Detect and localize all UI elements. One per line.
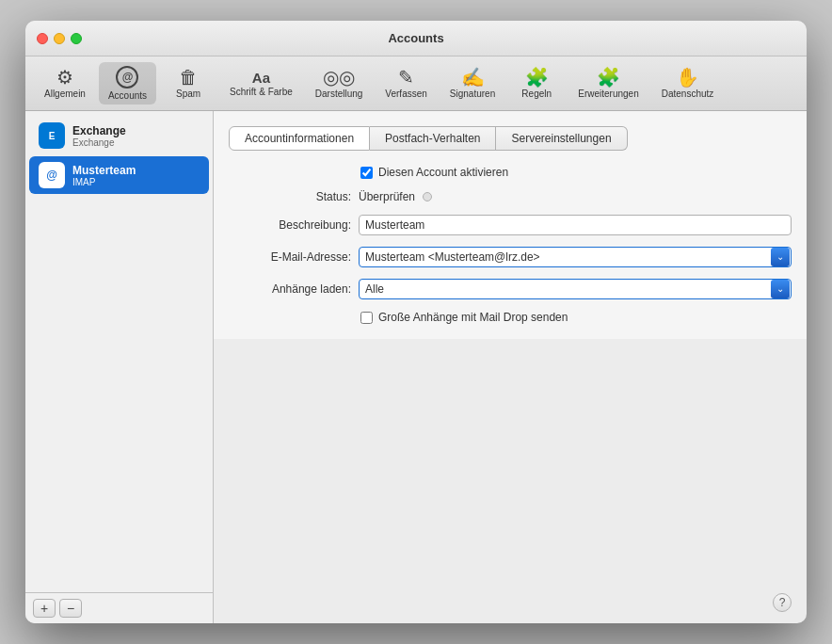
compose-icon: ✎ xyxy=(398,68,414,87)
maildrop-label: Große Anhänge mit Mail Drop senden xyxy=(378,311,568,324)
anhaenge-select-wrapper: AlleKeineNur in aktuellen Nachrichten xyxy=(359,279,792,299)
toolbar-label-spam: Spam xyxy=(176,89,200,99)
toolbar-item-signaturen[interactable]: ✍ Signaturen xyxy=(440,64,504,103)
toolbar-label-erweiterungen: Erweiterungen xyxy=(578,89,638,99)
beschreibung-row: Beschreibung: xyxy=(229,215,792,235)
anhaenge-select[interactable]: AlleKeineNur in aktuellen Nachrichten xyxy=(359,279,792,299)
spam-icon: 🗑 xyxy=(179,68,198,87)
maildrop-row: Große Anhänge mit Mail Drop senden xyxy=(360,311,792,324)
toolbar-label-datenschutz: Datenschutz xyxy=(662,89,714,99)
traffic-lights xyxy=(37,33,82,44)
rules-icon: 🧩 xyxy=(525,68,549,87)
toolbar-label-schrift: Schrift & Farbe xyxy=(230,87,293,97)
status-row: Status: Überprüfen xyxy=(229,190,792,203)
sidebar: E Exchange Exchange @ Musterteam IMAP xyxy=(25,111,214,623)
musterteam-account-name: Musterteam xyxy=(72,164,136,177)
email-select-wrapper: Musterteam <Musterteam@lrz.de> xyxy=(359,247,792,267)
anhaenge-label: Anhänge laden: xyxy=(229,282,351,296)
main-window: Accounts ⚙ Allgemein @ Accounts 🗑 Spam A… xyxy=(25,21,807,623)
minimize-button[interactable] xyxy=(54,33,65,44)
email-label: E-Mail-Adresse: xyxy=(229,250,351,264)
gear-icon: ⚙ xyxy=(56,68,73,87)
toolbar-item-datenschutz[interactable]: ✋ Datenschutz xyxy=(652,64,724,103)
toolbar-item-regeln[interactable]: 🧩 Regeln xyxy=(508,64,565,103)
toolbar-item-verfassen[interactable]: ✎ Verfassen xyxy=(376,64,436,103)
toolbar-item-erweiterungen[interactable]: 🧩 Erweiterungen xyxy=(568,64,648,103)
status-label: Status: xyxy=(229,190,351,203)
close-button[interactable] xyxy=(37,33,48,44)
maximize-button[interactable] xyxy=(71,33,82,44)
exchange-account-name: Exchange xyxy=(72,124,126,137)
beschreibung-input-wrapper xyxy=(359,215,792,235)
plus-icon: + xyxy=(40,601,48,616)
toolbar-item-darstellung[interactable]: ◎◎ Darstellung xyxy=(306,64,373,103)
add-account-button[interactable]: + xyxy=(33,599,56,618)
status-value: Überprüfen xyxy=(359,190,415,203)
titlebar: Accounts xyxy=(25,21,807,56)
form-area: Diesen Account aktivieren Status: Überpr… xyxy=(229,166,792,324)
privacy-icon: ✋ xyxy=(676,68,699,87)
email-row: E-Mail-Adresse: Musterteam <Musterteam@l… xyxy=(229,247,792,267)
activate-row: Diesen Account aktivieren xyxy=(360,166,792,179)
accounts-list: E Exchange Exchange @ Musterteam IMAP xyxy=(25,111,213,592)
exchange-account-info: Exchange Exchange xyxy=(72,124,126,148)
tab-postfach[interactable]: Postfach-Verhalten xyxy=(370,126,496,151)
status-value-row: Überprüfen xyxy=(359,190,432,203)
sidebar-footer: + − xyxy=(25,592,213,623)
main-content: E Exchange Exchange @ Musterteam IMAP xyxy=(25,111,807,623)
window-title: Accounts xyxy=(388,31,443,45)
detail-container: Accountinformationen Postfach-Verhalten … xyxy=(214,111,807,623)
imap-icon: @ xyxy=(39,162,65,188)
exchange-account-type: Exchange xyxy=(72,137,126,148)
toolbar-label-signaturen: Signaturen xyxy=(450,89,495,99)
toolbar-label-accounts: Accounts xyxy=(108,90,147,101)
remove-account-button[interactable]: − xyxy=(59,599,82,618)
beschreibung-input[interactable] xyxy=(359,215,792,235)
status-indicator xyxy=(423,192,432,201)
question-mark-icon: ? xyxy=(779,596,786,609)
at-icon: @ xyxy=(116,66,138,89)
toolbar-item-allgemein[interactable]: ⚙ Allgemein xyxy=(35,64,95,103)
toolbar-label-darstellung: Darstellung xyxy=(315,89,363,99)
toolbar-label-verfassen: Verfassen xyxy=(385,89,426,99)
email-select[interactable]: Musterteam <Musterteam@lrz.de> xyxy=(359,247,792,267)
minus-icon: − xyxy=(67,601,74,616)
extensions-icon: 🧩 xyxy=(597,68,620,87)
tab-bar: Accountinformationen Postfach-Verhalten … xyxy=(229,126,792,151)
detail-panel: Accountinformationen Postfach-Verhalten … xyxy=(214,111,807,339)
font-icon: Aa xyxy=(252,71,270,85)
toolbar-label-allgemein: Allgemein xyxy=(44,89,86,99)
signature-icon: ✍ xyxy=(461,68,485,87)
view-icon: ◎◎ xyxy=(323,68,355,87)
sidebar-item-exchange[interactable]: E Exchange Exchange xyxy=(29,117,209,154)
sidebar-item-musterteam[interactable]: @ Musterteam IMAP xyxy=(29,156,209,194)
toolbar-item-spam[interactable]: 🗑 Spam xyxy=(160,64,216,103)
toolbar: ⚙ Allgemein @ Accounts 🗑 Spam Aa Schrift… xyxy=(25,56,807,111)
help-button[interactable]: ? xyxy=(773,593,792,612)
activate-label: Diesen Account aktivieren xyxy=(378,166,508,179)
musterteam-account-info: Musterteam IMAP xyxy=(72,164,136,187)
toolbar-label-regeln: Regeln xyxy=(521,89,552,99)
tab-accountinfo[interactable]: Accountinformationen xyxy=(229,126,370,151)
anhaenge-row: Anhänge laden: AlleKeineNur in aktuellen… xyxy=(229,279,792,299)
svg-text:E: E xyxy=(49,131,56,141)
maildrop-checkbox[interactable] xyxy=(360,312,373,324)
toolbar-item-accounts[interactable]: @ Accounts xyxy=(99,62,156,105)
beschreibung-label: Beschreibung: xyxy=(229,218,351,232)
activate-checkbox[interactable] xyxy=(360,167,373,179)
toolbar-item-schrift[interactable]: Aa Schrift & Farbe xyxy=(220,67,302,101)
musterteam-account-type: IMAP xyxy=(72,177,136,187)
tab-server[interactable]: Servereinstellungen xyxy=(496,126,627,151)
exchange-icon: E xyxy=(39,122,65,149)
